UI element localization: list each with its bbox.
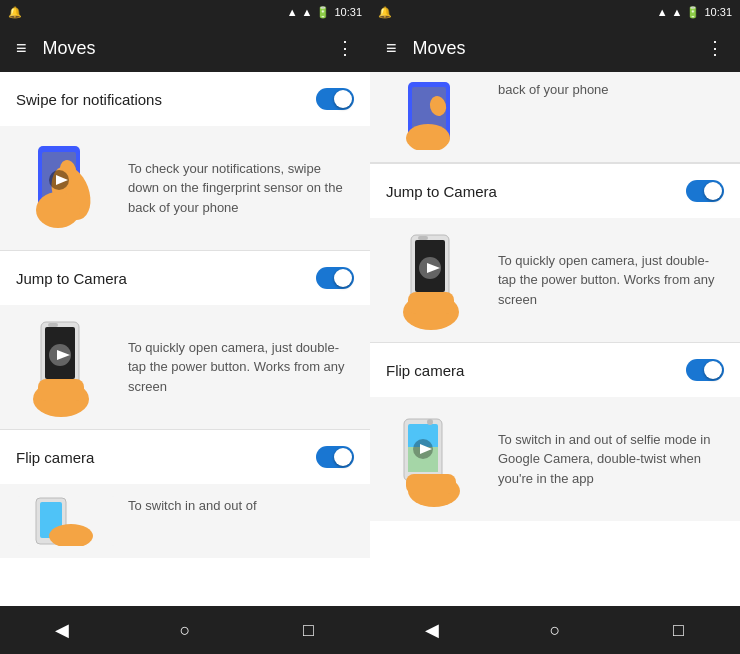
left-status-bar: 🔔 ▲ ▲ 🔋 10:31 xyxy=(0,0,370,24)
right-status-left: 🔔 xyxy=(378,6,392,19)
right-battery-icon: 🔋 xyxy=(686,6,700,19)
camera-illustration-right xyxy=(386,230,486,330)
svg-point-3 xyxy=(36,192,80,228)
flip-demo-text-right: To switch in and out of selfie mode in G… xyxy=(498,430,724,489)
left-content: Swipe for notifications xyxy=(0,72,370,606)
jump-camera-demo-right: To quickly open camera, just double-tap … xyxy=(370,218,740,342)
notification-icon: 🔔 xyxy=(8,6,22,19)
right-status-right: ▲ ▲ 🔋 10:31 xyxy=(657,6,732,19)
svg-rect-25 xyxy=(408,292,454,314)
svg-point-31 xyxy=(427,419,433,425)
recent-button-right[interactable]: □ xyxy=(658,610,698,650)
recent-button-left[interactable]: □ xyxy=(288,610,328,650)
battery-icon: 🔋 xyxy=(316,6,330,19)
swipe-partial-illustration-right xyxy=(386,80,486,150)
back-button-right[interactable]: ◀ xyxy=(412,610,452,650)
left-nav-bar: ◀ ○ □ xyxy=(0,606,370,654)
svg-rect-9 xyxy=(48,323,58,327)
flip-camera-label-left: Flip camera xyxy=(16,449,94,466)
flip-camera-label-right: Flip camera xyxy=(386,362,464,379)
camera-demo-text-left: To quickly open camera, just double-tap … xyxy=(128,338,354,397)
flip-camera-row-left: Flip camera xyxy=(0,430,370,484)
svg-rect-33 xyxy=(406,474,456,494)
jump-camera-toggle-left[interactable] xyxy=(316,267,354,289)
flip-partial-text: To switch in and out of xyxy=(128,496,257,516)
time-right: 10:31 xyxy=(704,6,732,18)
camera-illustration-left xyxy=(16,317,116,417)
more-icon-left[interactable]: ⋮ xyxy=(336,37,354,59)
flip-illustration-right xyxy=(386,409,486,509)
flip-partial-image xyxy=(16,496,116,546)
svg-rect-23 xyxy=(418,236,428,240)
jump-camera-label-left: Jump to Camera xyxy=(16,270,127,287)
signal-icon: ▲ xyxy=(287,6,298,18)
right-status-bar: 🔔 ▲ ▲ 🔋 10:31 xyxy=(370,0,740,24)
home-button-right[interactable]: ○ xyxy=(535,610,575,650)
app-title-left: Moves xyxy=(43,38,320,59)
jump-camera-row-left: Jump to Camera xyxy=(0,251,370,305)
back-button-left[interactable]: ◀ xyxy=(42,610,82,650)
right-nav-bar: ◀ ○ □ xyxy=(370,606,740,654)
swipe-partial-text-right: back of your phone xyxy=(498,80,609,100)
status-right: ▲ ▲ 🔋 10:31 xyxy=(287,6,362,19)
swipe-notifications-toggle[interactable] xyxy=(316,88,354,110)
home-button-left[interactable]: ○ xyxy=(165,610,205,650)
flip-illustration-partial xyxy=(16,496,116,546)
swipe-demo-image xyxy=(16,138,116,238)
camera-demo-text-right: To quickly open camera, just double-tap … xyxy=(498,251,724,310)
jump-camera-label-right: Jump to Camera xyxy=(386,183,497,200)
right-notification-icon: 🔔 xyxy=(378,6,392,19)
right-content: back of your phone Jump to Camera xyxy=(370,72,740,606)
flip-camera-toggle-right[interactable] xyxy=(686,359,724,381)
hamburger-icon-right[interactable]: ≡ xyxy=(386,38,397,59)
jump-camera-toggle-right[interactable] xyxy=(686,180,724,202)
swipe-notifications-row: Swipe for notifications xyxy=(0,72,370,126)
jump-camera-row-right: Jump to Camera xyxy=(370,164,740,218)
right-signal-icon: ▲ xyxy=(657,6,668,18)
swipe-partial-image-right xyxy=(386,80,486,150)
swipe-illustration xyxy=(16,138,116,238)
flip-demo-image-right xyxy=(386,409,486,509)
jump-camera-demo-left: To quickly open camera, just double-tap … xyxy=(0,305,370,429)
right-phone: 🔔 ▲ ▲ 🔋 10:31 ≡ Moves ⋮ back of you xyxy=(370,0,740,654)
left-phone: 🔔 ▲ ▲ 🔋 10:31 ≡ Moves ⋮ Swipe for notifi… xyxy=(0,0,370,654)
swipe-notifications-label: Swipe for notifications xyxy=(16,91,162,108)
wifi-icon: ▲ xyxy=(302,6,313,18)
app-title-right: Moves xyxy=(413,38,690,59)
flip-camera-demo-left-partial: To switch in and out of xyxy=(0,484,370,558)
more-icon-right[interactable]: ⋮ xyxy=(706,37,724,59)
right-wifi-icon: ▲ xyxy=(672,6,683,18)
hamburger-icon-left[interactable]: ≡ xyxy=(16,38,27,59)
swipe-demo-text: To check your notifications, swipe down … xyxy=(128,159,354,218)
time-left: 10:31 xyxy=(334,6,362,18)
swipe-partial-top-right: back of your phone xyxy=(370,72,740,163)
right-app-bar: ≡ Moves ⋮ xyxy=(370,24,740,72)
camera-demo-image-left xyxy=(16,317,116,417)
flip-camera-row-right: Flip camera xyxy=(370,343,740,397)
left-app-bar: ≡ Moves ⋮ xyxy=(0,24,370,72)
camera-demo-image-right xyxy=(386,230,486,330)
svg-rect-11 xyxy=(38,379,84,401)
status-left: 🔔 xyxy=(8,6,22,19)
flip-camera-toggle-left[interactable] xyxy=(316,446,354,468)
swipe-notifications-demo: To check your notifications, swipe down … xyxy=(0,126,370,250)
flip-camera-demo-right: To switch in and out of selfie mode in G… xyxy=(370,397,740,521)
